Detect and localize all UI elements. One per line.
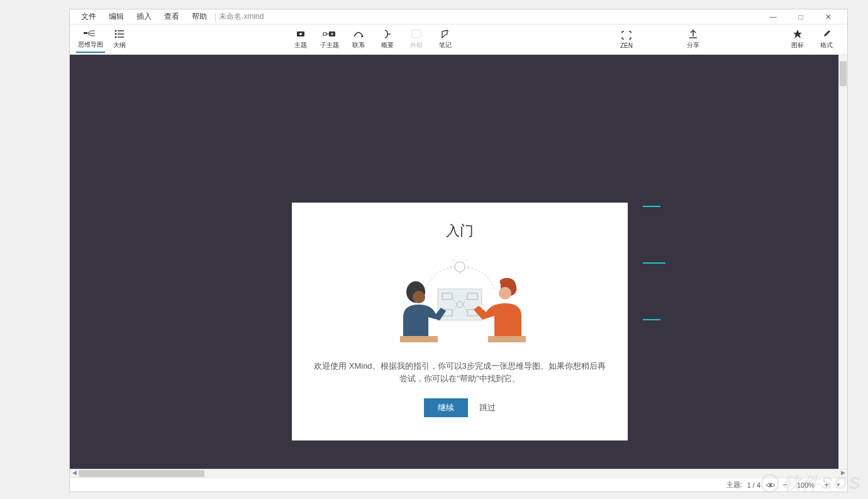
svg-line-1 (88, 31, 91, 33)
topic-count-label: 主题: (726, 480, 742, 490)
boundary-icon (409, 29, 423, 39)
edit-group: 主题 子主题 联系 概要 外框 笔记 (286, 26, 460, 52)
menu-insert[interactable]: 插入 (130, 11, 158, 22)
menu-view[interactable]: 查看 (158, 11, 186, 22)
app-window: 文件 编辑 插入 查看 帮助 | 未命名.xmind — □ ✕ 思维导图 大纲 (69, 9, 848, 492)
view-mode-group: 思维导图 大纲 (76, 26, 134, 53)
window-close-button[interactable]: ✕ (815, 13, 842, 21)
menu-file[interactable]: 文件 (75, 11, 103, 22)
panel-group: 图标 格式 (783, 26, 841, 52)
svg-line-33 (465, 259, 467, 261)
format-button[interactable]: 格式 (812, 26, 841, 52)
notes-icon (438, 29, 452, 39)
horizontal-scroll-thumb[interactable] (79, 470, 204, 477)
topic-count-value: 1 / 4 (747, 481, 760, 489)
zen-icon (620, 30, 633, 40)
vertical-scrollbar[interactable] (838, 55, 847, 469)
zen-group: ZEN (612, 28, 641, 52)
zoom-dropdown[interactable]: ▼ (836, 482, 841, 488)
mindmap-icon (84, 28, 97, 38)
scroll-right-arrow[interactable]: ▶ (838, 469, 847, 478)
svg-point-9 (115, 33, 117, 35)
relationship-label: 联系 (352, 41, 365, 50)
relationship-button[interactable]: 联系 (344, 26, 373, 52)
doc-separator: | (214, 13, 216, 21)
svg-point-43 (499, 287, 511, 300)
vertical-scroll-thumb[interactable] (840, 61, 847, 86)
svg-point-41 (413, 291, 425, 303)
share-button[interactable]: 分享 (679, 26, 708, 52)
document-title: 未命名.xmind (219, 11, 264, 22)
outline-view-button[interactable]: 大纲 (105, 26, 134, 53)
scroll-left-arrow[interactable]: ◀ (70, 469, 79, 478)
icons-label: 图标 (791, 41, 804, 50)
svg-rect-42 (400, 336, 438, 342)
boundary-button[interactable]: 外框 (402, 26, 431, 52)
icons-button[interactable]: 图标 (783, 26, 812, 52)
zen-button[interactable]: ZEN (612, 28, 641, 52)
summary-label: 概要 (381, 41, 394, 50)
svg-point-7 (115, 30, 117, 32)
window-minimize-button[interactable]: — (759, 13, 787, 21)
mindmap-view-button[interactable]: 思维导图 (76, 26, 105, 53)
toolbar: 思维导图 大纲 主题 子主题 联系 (70, 25, 847, 55)
skip-button[interactable]: 跳过 (479, 402, 496, 413)
onboarding-text: 欢迎使用 XMind。根据我的指引，你可以3步完成一张思维导图。如果你想稍后再尝… (312, 360, 608, 384)
outline-icon (113, 29, 126, 39)
zoom-out-button[interactable]: − (781, 480, 789, 490)
notes-label: 笔记 (439, 41, 452, 50)
boundary-label: 外框 (410, 41, 423, 50)
format-label: 格式 (820, 41, 833, 50)
zoom-value: 100% (794, 481, 817, 489)
brush-icon (820, 29, 833, 39)
relationship-icon (352, 29, 365, 39)
zen-label: ZEN (620, 42, 633, 49)
summary-button[interactable]: 概要 (373, 26, 402, 52)
statusbar: 主题: 1 / 4 − 100% + ▼ (70, 478, 847, 491)
canvas[interactable]: 入门 (70, 55, 847, 469)
zoom-in-button[interactable]: + (822, 480, 831, 490)
continue-button[interactable]: 继续 (424, 398, 468, 417)
svg-point-11 (115, 36, 117, 38)
svg-rect-0 (84, 32, 87, 34)
horizontal-scrollbar[interactable]: ◀ ▶ (70, 469, 847, 478)
svg-rect-16 (323, 33, 326, 35)
summary-icon (381, 29, 394, 39)
menu-help[interactable]: 帮助 (186, 11, 213, 22)
svg-marker-27 (793, 30, 802, 38)
subtopic-label: 子主题 (320, 41, 339, 50)
outline-view-label: 大纲 (113, 41, 126, 50)
menubar: 文件 编辑 插入 查看 帮助 | 未命名.xmind — □ ✕ (70, 9, 847, 25)
svg-point-45 (769, 484, 772, 486)
svg-line-3 (88, 34, 91, 36)
svg-point-28 (455, 262, 465, 272)
share-icon (686, 29, 700, 39)
onboarding-illustration (365, 254, 554, 349)
subtopic-button[interactable]: 子主题 (315, 26, 344, 52)
menu-edit[interactable]: 编辑 (103, 11, 130, 22)
onboarding-dialog: 入门 (292, 203, 628, 440)
mindmap-view-label: 思维导图 (78, 40, 103, 49)
svg-rect-44 (488, 336, 526, 342)
notes-button[interactable]: 笔记 (431, 26, 460, 52)
star-icon (791, 29, 804, 39)
topic-icon (294, 29, 308, 39)
onboarding-title: 入门 (446, 221, 474, 240)
subtopic-icon (323, 29, 337, 39)
visibility-toggle[interactable] (765, 480, 776, 490)
svg-line-32 (452, 259, 454, 261)
onboarding-actions: 继续 跳过 (424, 398, 496, 417)
share-label: 分享 (687, 41, 699, 50)
share-group: 分享 (679, 26, 708, 52)
svg-rect-23 (412, 30, 421, 38)
topic-button[interactable]: 主题 (286, 26, 315, 52)
topic-label: 主题 (294, 41, 307, 50)
window-maximize-button[interactable]: □ (787, 13, 815, 21)
